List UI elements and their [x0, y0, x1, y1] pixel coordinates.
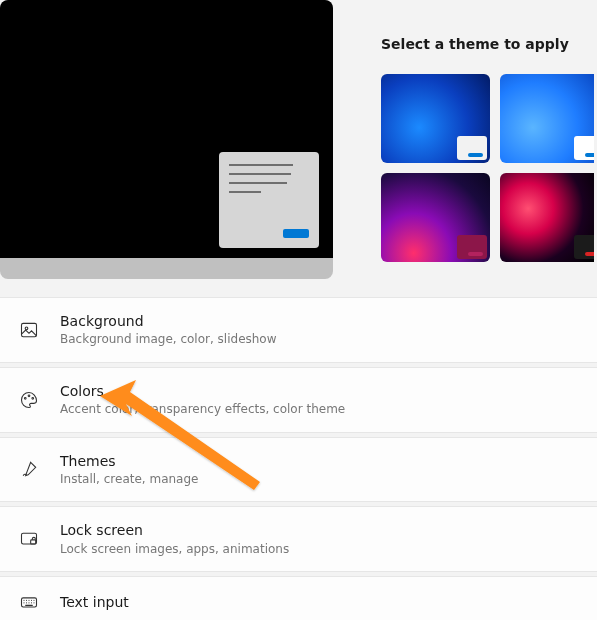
preview-sample-window — [219, 152, 319, 248]
themes-heading: Select a theme to apply — [381, 36, 597, 52]
svg-point-3 — [28, 395, 30, 397]
svg-rect-5 — [22, 533, 37, 544]
row-subtitle: Lock screen images, apps, animations — [60, 542, 289, 558]
row-subtitle: Background image, color, slideshow — [60, 332, 277, 348]
theme-option-4[interactable] — [500, 173, 594, 262]
theme-option-2[interactable] — [500, 74, 594, 163]
brush-icon — [18, 458, 40, 480]
row-lock-screen[interactable]: Lock screen Lock screen images, apps, an… — [0, 506, 597, 572]
theme-option-3[interactable] — [381, 173, 490, 262]
svg-point-4 — [32, 397, 34, 399]
preview-accent-button — [283, 229, 309, 238]
svg-rect-6 — [31, 540, 36, 544]
row-title: Background — [60, 312, 277, 330]
row-subtitle: Install, create, manage — [60, 472, 198, 488]
theme-option-1[interactable] — [381, 74, 490, 163]
image-icon — [18, 319, 40, 341]
svg-rect-0 — [22, 323, 37, 336]
row-title: Text input — [60, 593, 129, 611]
keyboard-icon — [18, 591, 40, 613]
palette-icon — [18, 389, 40, 411]
row-colors[interactable]: Colors Accent color, transparency effect… — [0, 367, 597, 433]
desktop-preview — [0, 0, 333, 279]
row-background[interactable]: Background Background image, color, slid… — [0, 297, 597, 363]
row-title: Themes — [60, 452, 198, 470]
row-text-input[interactable]: Text input — [0, 576, 597, 620]
row-title: Lock screen — [60, 521, 289, 539]
svg-point-2 — [24, 397, 26, 399]
settings-list: Background Background image, color, slid… — [0, 297, 597, 620]
lock-screen-icon — [18, 528, 40, 550]
row-themes[interactable]: Themes Install, create, manage — [0, 437, 597, 503]
row-subtitle: Accent color, transparency effects, colo… — [60, 402, 345, 418]
row-title: Colors — [60, 382, 345, 400]
theme-grid — [381, 74, 597, 262]
svg-point-1 — [25, 327, 28, 330]
